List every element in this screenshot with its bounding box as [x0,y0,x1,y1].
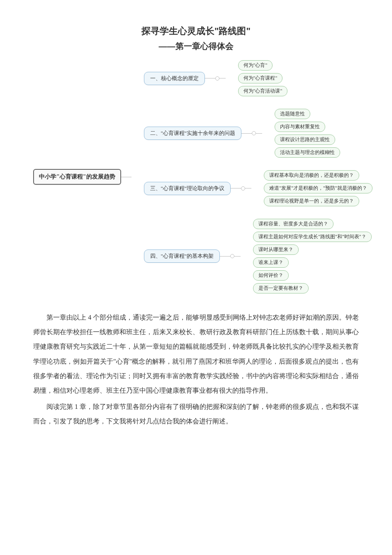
subbranches: 选题随意性内容与素材重复性课程设计思路的主观性活动主题与理念的模糊性 [275,109,340,158]
branch-node: 三、"心育课程"理论取向的争议 [144,182,231,195]
mindmap-branches: 一、核心概念的厘定何为"心育"何为"心育课程"何为"心育活动课"二、"心育课程"… [144,60,373,293]
branch-node: 一、核心概念的厘定 [144,72,205,85]
connector [245,188,251,188]
branch-row: 三、"心育课程"理论取向的争议课程基本取向是消极的，还是积极的？难道"发展"才是… [144,170,373,206]
connector [241,133,252,134]
connector [205,78,215,78]
connector [256,133,262,134]
subbranches: 课程容量、密度多大是合适的？课程主题如何对应学生成长"路线图"和"时间表"？课时… [253,219,372,293]
leaf-node: 难道"发展"才是积极的，"预防"就是消极的？ [264,183,373,193]
leaf-node: 何为"心育" [238,60,273,71]
leaf-node: 课程容量、密度多大是合适的？ [253,219,334,229]
connector [219,78,226,78]
connector [234,256,241,257]
leaf-node: 如何评价？ [253,270,289,281]
paragraph-1: 第一章由以上 4 个部分组成，通读完一遍之后，能够明显感受到网络上对钟志农老师好… [33,310,359,398]
connector [121,177,131,177]
leaf-node: 内容与素材重复性 [275,122,325,132]
connector [231,188,241,188]
leaf-node: 谁来上课？ [253,257,289,268]
paragraph-2: 阅读完第 1 章，除了对章节里各部分内容有了很明确的把握和深刻的了解，钟老师的很… [33,399,359,428]
connector [220,256,230,257]
leaf-node: 选题随意性 [275,109,310,119]
leaf-node: 是否一定要有教材？ [253,283,309,293]
leaf-node: 何为"心育课程" [238,73,283,83]
sub-title: ——第一章心得体会 [33,41,359,52]
leaf-node: 课程基本取向是消极的，还是积极的？ [264,170,359,181]
subbranches: 课程基本取向是消极的，还是积极的？难道"发展"才是积极的，"预防"就是消极的？课… [264,170,373,206]
body-text: 第一章由以上 4 个部分组成，通读完一遍之后，能够明显感受到网络上对钟志农老师好… [33,310,359,429]
leaf-node: 何为"心育活动课" [238,86,288,96]
expand-joint-icon [230,254,234,258]
leaf-node: 课程主题如何对应学生成长"路线图"和"时间表"？ [253,232,372,242]
leaf-node: 课时从哪里来？ [253,244,299,255]
main-title: 探寻学生心灵成长"路线图" [33,25,359,37]
branch-row: 四、"心育课程"的基本构架课程容量、密度多大是合适的？课程主题如何对应学生成长"… [144,219,373,293]
mindmap: 中小学"心育课程"的发展趋势 一、核心概念的厘定何为"心育"何为"心育课程"何为… [33,60,359,293]
expand-joint-icon [252,131,256,135]
leaf-node: 活动主题与理念的模糊性 [275,147,340,158]
mindmap-root: 中小学"心育课程"的发展趋势 [33,169,121,185]
title-block: 探寻学生心灵成长"路线图" ——第一章心得体会 [33,25,359,52]
subbranches: 何为"心育"何为"心育课程"何为"心育活动课" [238,60,288,96]
branch-row: 二、"心育课程"实施十余年来的问题选题随意性内容与素材重复性课程设计思路的主观性… [144,109,373,158]
leaf-node: 课程设计思路的主观性 [275,134,335,145]
expand-joint-icon [215,76,219,81]
expand-joint-icon [241,186,245,191]
leaf-node: 课程理论视野是单一的，还是多元的？ [264,196,359,206]
branch-node: 四、"心育课程"的基本构架 [144,249,220,263]
branch-row: 一、核心概念的厘定何为"心育"何为"心育课程"何为"心育活动课" [144,60,373,96]
branch-node: 二、"心育课程"实施十余年来的问题 [144,127,242,140]
